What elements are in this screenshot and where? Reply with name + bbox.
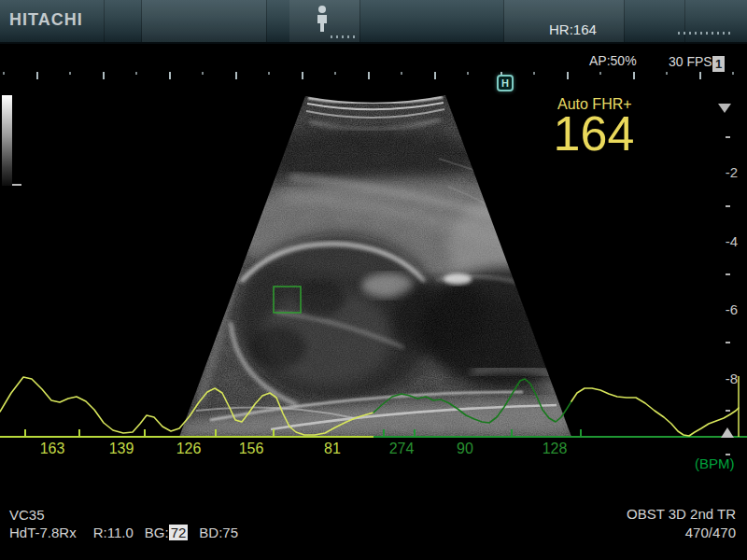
- scale-arrow-top-icon: [718, 104, 731, 113]
- beat-value: 126: [176, 441, 202, 457]
- depth-range-readout: R:11.0: [93, 525, 134, 540]
- fps-badge[interactable]: 1: [712, 56, 725, 72]
- bpm-unit-label: (BPM): [695, 455, 735, 471]
- depth-label: -8: [708, 371, 738, 386]
- frame-rate-readout: 30 FPS: [669, 54, 712, 69]
- ruler-major-tick: [302, 72, 303, 79]
- ultrasound-image: [0, 0, 747, 560]
- depth-minor-tick: [726, 342, 730, 343]
- beat-value: 163: [40, 441, 65, 457]
- ruler-major-tick: [235, 72, 237, 79]
- ruler-minor-tick: [69, 72, 71, 75]
- ruler-minor-tick: [3, 72, 5, 75]
- ruler-major-tick: [36, 72, 38, 79]
- gain-label: BG:: [145, 525, 169, 540]
- ruler-minor-tick: [533, 72, 535, 75]
- acoustic-power-readout: AP:50%: [589, 53, 637, 68]
- scale-arrow-bottom-icon: [721, 427, 734, 438]
- exam-preset-label: OBST 3D 2nd TR: [627, 506, 736, 522]
- ruler-minor-tick: [732, 72, 734, 75]
- ruler-major-tick: [368, 72, 370, 79]
- ruler-minor-tick: [202, 72, 204, 75]
- trace-curve: [571, 388, 739, 436]
- depth-minor-tick: [726, 205, 730, 207]
- beat-value: 128: [543, 441, 568, 457]
- dynamic-range-readout: BD:75: [199, 525, 238, 540]
- depth-minor-tick: [726, 136, 730, 138]
- gain-value[interactable]: 72: [169, 525, 189, 540]
- ruler-major-tick: [567, 72, 569, 79]
- probe-orientation-badge[interactable]: H: [497, 75, 514, 91]
- cine-frame-counter: 470/470: [685, 525, 736, 540]
- ruler-minor-tick: [467, 72, 469, 75]
- beat-value: 90: [457, 441, 473, 457]
- ruler-major-tick: [699, 72, 701, 79]
- depth-label: -6: [708, 301, 738, 317]
- ultrasound-screen: HITACHI HR:164: [0, 0, 747, 560]
- ruler-minor-tick: [401, 72, 402, 75]
- ruler-major-tick: [434, 72, 436, 79]
- ruler-minor-tick: [599, 72, 601, 75]
- ruler-minor-tick: [135, 72, 137, 75]
- probe-name: HdT-7.8Rx: [9, 525, 77, 540]
- depth-minor-tick: [726, 410, 730, 412]
- beat-value: 81: [324, 441, 341, 457]
- ruler-major-tick: [169, 72, 171, 79]
- ruler-minor-tick: [334, 72, 336, 75]
- image-mode-label: VC35: [9, 507, 45, 523]
- status-line: HdT-7.8Rx R:11.0 BG: 72 BD:75: [9, 525, 238, 540]
- beat-value: 139: [109, 441, 134, 457]
- fhr-value: 164: [552, 105, 636, 161]
- ruler-major-tick: [633, 72, 635, 79]
- depth-minor-tick: [726, 273, 730, 275]
- depth-label: -4: [708, 233, 738, 249]
- beat-value: 156: [239, 441, 264, 457]
- ruler-major-tick: [103, 72, 105, 79]
- depth-label: -2: [708, 164, 738, 180]
- ruler-minor-tick: [666, 72, 668, 75]
- ruler-minor-tick: [268, 72, 270, 75]
- beat-value: 274: [389, 441, 415, 457]
